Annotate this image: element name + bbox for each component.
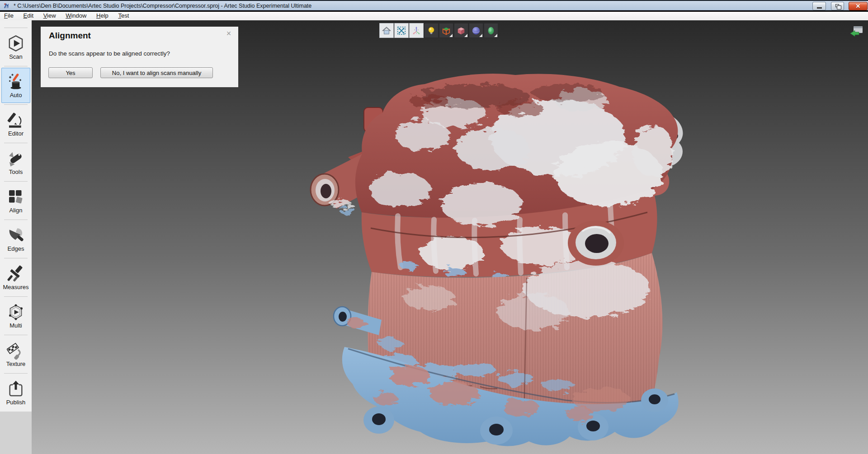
sidebar-label: Auto: [10, 92, 22, 98]
yes-button[interactable]: Yes: [48, 67, 93, 78]
sidebar-label: Tools: [9, 169, 23, 175]
menu-edit[interactable]: Edit: [19, 12, 38, 20]
sidebar-item-publish[interactable]: Publish: [0, 373, 32, 412]
sidebar-item-texture[interactable]: Texture: [0, 335, 32, 373]
home-view-button[interactable]: [379, 23, 394, 38]
restore-icon: [835, 4, 839, 7]
flat-render-button[interactable]: [454, 23, 468, 38]
menubar: File Edit View Window Help Test: [0, 12, 868, 20]
sidebar-item-measures[interactable]: Measures: [0, 258, 32, 296]
sidebar-label: Publish: [6, 399, 26, 405]
smooth-shading-icon: [471, 26, 481, 36]
window-title: * C:\Users\Den B\Documents\Artec Studio …: [14, 3, 311, 9]
sidebar-label: Edges: [8, 246, 24, 252]
dialog-message: Do the scans appear to be aligned correc…: [49, 50, 170, 57]
alignment-dialog: Alignment × Do the scans appear to be al…: [41, 27, 238, 87]
sidebar-label: Align: [9, 207, 23, 213]
fit-view-icon: [396, 26, 406, 36]
close-icon: ✕: [849, 3, 867, 9]
model-right-port: [568, 220, 624, 266]
tools-icon: [7, 150, 25, 168]
lighting-button[interactable]: [424, 23, 439, 38]
sidebar-label: Scan: [9, 54, 23, 60]
editor-icon: [7, 111, 25, 129]
workflow-sidebar: Scan Auto Editor: [0, 20, 32, 454]
smooth-render-button[interactable]: [469, 23, 483, 38]
solid-cube-icon: [456, 26, 466, 36]
sidebar-item-scan[interactable]: Scan: [0, 28, 32, 66]
axes-icon: [411, 26, 421, 36]
menu-help[interactable]: Help: [92, 12, 113, 20]
minimize-button[interactable]: [812, 2, 826, 10]
restore-button[interactable]: [831, 2, 844, 10]
sidebar-label: Multi: [9, 323, 22, 328]
artec-studio-window: * C:\Users\Den B\Documents\Artec Studio …: [0, 0, 868, 454]
artec-studio-logo-icon: [3, 2, 10, 9]
sidebar-item-auto[interactable]: Auto: [0, 66, 32, 104]
sidebar-item-tools[interactable]: Tools: [0, 143, 32, 181]
viewport-toolbar: [379, 23, 498, 38]
multi-icon: [7, 303, 25, 321]
menu-file[interactable]: File: [0, 12, 18, 20]
dialog-title: Alignment: [49, 31, 91, 41]
minimize-icon: [817, 7, 822, 9]
dialog-close-icon[interactable]: ×: [225, 29, 233, 37]
measures-icon: [7, 265, 25, 283]
sidebar-item-editor[interactable]: Editor: [0, 104, 32, 143]
menu-view[interactable]: View: [39, 12, 60, 20]
sidebar-label: Editor: [8, 131, 24, 136]
lens-render-button[interactable]: [484, 23, 498, 38]
sidebar-label: Texture: [6, 361, 26, 367]
lens-shading-icon: [486, 26, 496, 36]
align-manually-button[interactable]: No, I want to align scans manually: [100, 67, 213, 78]
auto-magic-icon: [7, 73, 25, 91]
scan-icon: [7, 34, 25, 52]
sidebar-item-edges[interactable]: Edges: [0, 220, 32, 258]
close-button[interactable]: ✕: [849, 2, 868, 10]
texture-icon: [7, 342, 25, 360]
collapse-panel-button[interactable]: [849, 25, 864, 38]
collapse-side-panel-icon: [849, 25, 864, 38]
axes-button[interactable]: [409, 23, 424, 38]
fit-view-button[interactable]: [394, 23, 409, 38]
publish-icon: [7, 380, 25, 398]
align-icon: [7, 188, 25, 206]
menu-window[interactable]: Window: [61, 12, 90, 20]
sidebar-items: Scan Auto Editor: [0, 20, 32, 412]
model-cap: [355, 74, 678, 279]
edges-icon: [7, 226, 25, 244]
home-view-icon: [382, 26, 392, 36]
sidebar-item-multi[interactable]: Multi: [0, 296, 32, 335]
wireframe-render-button[interactable]: [439, 23, 453, 38]
sidebar-item-align[interactable]: Align: [0, 181, 32, 220]
titlebar[interactable]: * C:\Users\Den B\Documents\Artec Studio …: [0, 0, 868, 10]
wireframe-cube-icon: [441, 26, 451, 36]
lighting-icon: [426, 26, 436, 36]
sidebar-label: Measures: [3, 284, 28, 290]
menu-test[interactable]: Test: [114, 12, 133, 20]
